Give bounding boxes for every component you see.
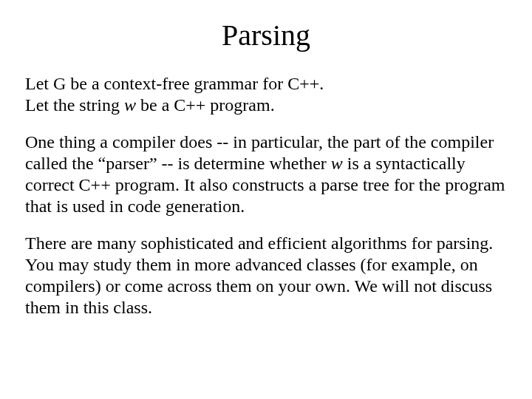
intro-line-1: Let G be a context-free grammar for C++. [25, 74, 324, 93]
variable-w: w [124, 95, 136, 115]
intro-line-2-post: be a C++ program. [136, 95, 275, 115]
variable-w-2: w [331, 154, 343, 173]
slide: Parsing Let G be a context-free grammar … [0, 0, 532, 399]
slide-title: Parsing [25, 18, 507, 52]
intro-paragraph: Let G be a context-free grammar for C++.… [25, 73, 507, 117]
closing-paragraph: There are many sophisticated and efficie… [25, 233, 507, 319]
parser-paragraph: One thing a compiler does -- in particul… [25, 132, 507, 218]
intro-line-2-pre: Let the string [25, 95, 124, 115]
